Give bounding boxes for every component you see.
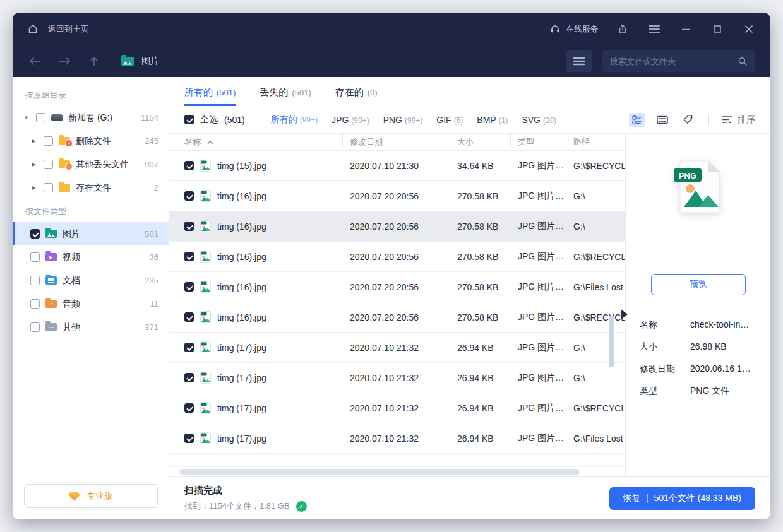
type-item-checkbox[interactable] [30, 229, 40, 239]
format-filter[interactable]: JPG (99+) [332, 115, 369, 125]
maximize-button[interactable] [710, 21, 725, 37]
format-filter[interactable]: GIF (5) [436, 115, 463, 125]
type-item-checkbox[interactable] [30, 276, 40, 285]
type-item-checkbox[interactable] [30, 299, 40, 309]
tab-count: (501) [217, 88, 236, 97]
file-type: JPG 图片… [510, 433, 566, 444]
pro-version-label: 专业版 [87, 490, 113, 502]
forward-button[interactable] [58, 56, 72, 67]
table-row[interactable]: timg (17).jpg 2020.07.10 21:32 26.94 KB … [169, 423, 625, 454]
row-checkbox[interactable] [184, 252, 194, 261]
row-checkbox[interactable] [184, 343, 194, 352]
preview-button[interactable]: 预览 [651, 274, 746, 295]
column-date[interactable]: 修改日期 [342, 136, 450, 148]
table-row[interactable]: timg (15).jpg 2020.07.10 21:30 34.64 KB … [169, 151, 625, 181]
sort-button[interactable]: 排序 [722, 114, 755, 126]
table-row[interactable]: timg (17).jpg 2020.07.10 21:32 26.94 KB … [169, 393, 625, 423]
table-row[interactable]: timg (16).jpg 2020.07.20 20:56 270.58 KB… [169, 242, 625, 272]
list-view-button[interactable] [629, 113, 645, 127]
drive-icon [51, 114, 63, 121]
thumbnail-view-icon [657, 115, 668, 125]
format-filter[interactable]: SVG (20) [522, 115, 556, 125]
column-size[interactable]: 大小 [450, 136, 510, 148]
back-button[interactable] [28, 56, 42, 67]
column-name[interactable]: 名称 [184, 136, 342, 148]
tree-item-label: 其他丢失文件 [76, 159, 139, 170]
table-row[interactable]: timg (16).jpg 2020.07.20 20:56 270.58 KB… [169, 181, 625, 211]
tree-item-checkbox[interactable] [44, 136, 53, 146]
detail-label: 名称 [640, 319, 690, 331]
sidebar-tree-item[interactable]: ▶ 存在文件 2 [13, 176, 169, 199]
format-filter[interactable]: 所有的 (99+) [271, 114, 318, 126]
sidebar-tree-item[interactable]: ▶ 其他丢失文件 907 [13, 153, 169, 176]
type-item-checkbox[interactable] [30, 252, 40, 262]
row-checkbox[interactable] [184, 161, 194, 170]
file-type-item[interactable]: 视频 36 [13, 245, 169, 269]
file-type-item[interactable]: 文档 235 [13, 269, 169, 292]
recover-label: 恢复 [623, 493, 641, 504]
expand-arrow-icon[interactable]: ▼ [22, 115, 30, 121]
file-name: timg (16).jpg [217, 222, 266, 232]
row-checkbox[interactable] [184, 222, 194, 231]
format-filter[interactable]: BMP (1) [477, 115, 508, 125]
minimize-button[interactable] [678, 21, 693, 37]
file-name: timg (17).jpg [217, 434, 266, 444]
column-type[interactable]: 类型 [510, 136, 566, 148]
result-tab[interactable]: 存在的 (0) [335, 77, 378, 106]
file-type-item[interactable]: 其他 371 [13, 316, 169, 339]
file-type-item[interactable]: 图片 501 [13, 222, 169, 245]
table-row[interactable]: timg (17).jpg 2020.07.10 21:32 26.94 KB … [169, 363, 625, 393]
jpg-file-icon [200, 311, 211, 323]
close-button[interactable] [741, 21, 756, 37]
row-checkbox[interactable] [184, 403, 194, 413]
search-icon[interactable] [738, 56, 748, 66]
expand-arrow-icon[interactable]: ▶ [30, 138, 38, 144]
file-path: G:\$RECYCLE. [566, 252, 625, 262]
expand-arrow-icon[interactable]: ▶ [30, 185, 38, 191]
sidebar-tree-item[interactable]: ▼ 新加卷 (G:) 1154 [13, 106, 169, 129]
thumbnail-view-button[interactable] [654, 113, 671, 127]
horizontal-scroll-track [169, 466, 625, 476]
row-checkbox[interactable] [184, 434, 194, 443]
tab-count: (501) [292, 88, 311, 97]
row-checkbox[interactable] [184, 282, 194, 292]
table-row[interactable]: timg (16).jpg 2020.07.20 20:56 270.58 KB… [169, 272, 625, 302]
nav-menu-button[interactable] [566, 50, 592, 72]
pro-version-button[interactable]: 专业版 [24, 484, 158, 508]
svg-text:PNG: PNG [678, 171, 696, 180]
format-filter[interactable]: PNG (99+) [383, 115, 423, 125]
search-input[interactable] [610, 57, 738, 66]
menu-button[interactable] [647, 21, 662, 37]
sidebar-tree-item[interactable]: ▶ 删除文件 245 [13, 129, 169, 153]
column-path[interactable]: 路径 [566, 136, 625, 148]
up-button[interactable] [88, 55, 100, 68]
table-row[interactable]: timg (16).jpg 2020.07.20 20:56 270.58 KB… [169, 302, 625, 333]
file-type-item[interactable]: 音频 11 [13, 292, 169, 316]
file-details: 名称 check-tool-in… 大小 26.98 KB 修改日期 2020.… [626, 319, 770, 408]
table-row[interactable]: timg (17).jpg 2020.07.10 21:32 26.94 KB … [169, 333, 625, 363]
file-type: JPG 图片… [510, 281, 566, 293]
result-tab[interactable]: 所有的 (501) [184, 77, 236, 106]
recover-button[interactable]: 恢复 501个文件 (48.33 MB) [609, 487, 756, 510]
row-checkbox[interactable] [184, 312, 194, 322]
table-row[interactable]: timg (16).jpg 2020.07.20 20:56 270.58 KB… [169, 211, 625, 242]
select-all[interactable]: 全选 (501) [184, 114, 245, 126]
row-checkbox[interactable] [184, 191, 194, 201]
horizontal-scrollbar[interactable] [179, 469, 580, 475]
back-to-home[interactable]: 返回到主页 [27, 23, 89, 35]
tag-button[interactable] [679, 113, 696, 127]
tree-item-checkbox[interactable] [44, 160, 53, 169]
type-item-checkbox[interactable] [30, 322, 40, 332]
file-size: 270.58 KB [450, 191, 510, 201]
share-button[interactable] [615, 21, 630, 37]
tree-item-checkbox[interactable] [44, 183, 53, 192]
select-all-checkbox[interactable] [184, 115, 194, 124]
panel-collapse-arrow[interactable] [621, 309, 628, 319]
tree-item-checkbox[interactable] [36, 113, 45, 122]
online-service[interactable]: 在线服务 [549, 23, 599, 35]
expand-arrow-icon[interactable]: ▶ [30, 162, 38, 167]
file-path: G:\Files Lost C [566, 434, 625, 444]
result-tab[interactable]: 丢失的 (501) [260, 77, 311, 106]
row-checkbox[interactable] [184, 373, 194, 382]
vertical-scrollbar[interactable] [609, 316, 614, 367]
